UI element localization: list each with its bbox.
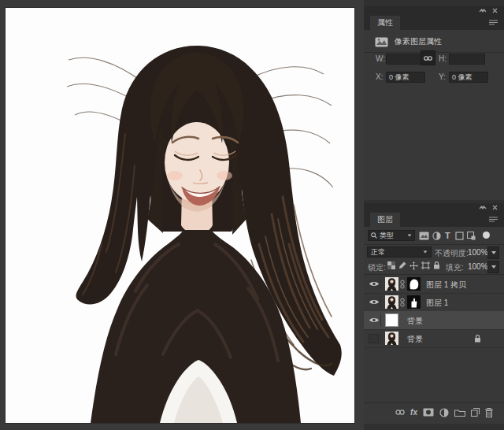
add-mask-button[interactable] xyxy=(423,408,434,417)
filter-toggle-icon[interactable] xyxy=(482,231,491,239)
search-icon xyxy=(371,232,377,239)
opacity-value[interactable]: 100% xyxy=(468,248,488,257)
filter-shape-layers-icon[interactable] xyxy=(455,232,464,240)
lock-all-icon[interactable] xyxy=(433,261,440,269)
opacity-dropdown-button[interactable] xyxy=(487,247,499,259)
filter-adjustment-layers-icon[interactable] xyxy=(432,232,441,240)
eye-icon xyxy=(369,317,380,324)
panel-menu-icon[interactable] xyxy=(489,20,498,26)
layer-row-layer1[interactable]: 图层 1 xyxy=(364,293,504,312)
layers-panel: 图层 类型 T xyxy=(364,203,504,424)
panel-menu-icon[interactable] xyxy=(489,217,498,223)
visibility-toggle[interactable] xyxy=(367,314,381,326)
delete-layer-button[interactable] xyxy=(485,408,493,417)
properties-panel: 属性 像素图层属性 W: xyxy=(364,6,504,200)
visibility-toggle[interactable] xyxy=(367,296,381,308)
mask-link-icon xyxy=(400,280,405,289)
layers-body: 类型 T 正常 不透明 xyxy=(364,227,504,424)
layer-name[interactable]: 背景 xyxy=(407,316,423,327)
mask-link-icon xyxy=(400,298,405,307)
height-input[interactable] xyxy=(449,54,485,65)
opacity-label: 不透明度: xyxy=(435,248,469,259)
close-panel-icon[interactable] xyxy=(492,8,498,13)
filter-type-select[interactable]: 类型 xyxy=(368,230,415,241)
tab-properties[interactable]: 属性 xyxy=(370,16,400,30)
layers-bottom-bar: fx xyxy=(364,402,504,421)
x-label: X: xyxy=(376,72,383,81)
filter-smart-objects-icon[interactable] xyxy=(467,232,476,240)
lock-position-icon[interactable] xyxy=(410,261,418,270)
chevron-down-icon xyxy=(408,234,412,236)
properties-body: 像素图层属性 W: H: X: 0 像素 Y: 0 像素 xyxy=(364,30,504,200)
chevron-down-icon xyxy=(491,265,496,269)
visibility-toggle[interactable] xyxy=(367,332,381,344)
layer-name[interactable]: 背景 xyxy=(407,334,423,345)
layers-tabbar: 图层 xyxy=(364,213,504,227)
link-dimensions-button[interactable] xyxy=(421,50,435,65)
collapse-panel-icon[interactable] xyxy=(479,8,487,13)
adjustment-layer-button[interactable] xyxy=(439,408,449,417)
tab-layers[interactable]: 图层 xyxy=(370,213,400,227)
lock-pixels-icon[interactable] xyxy=(398,261,406,269)
x-input[interactable]: 0 像素 xyxy=(386,72,425,83)
y-label: Y: xyxy=(439,72,446,81)
fill-label: 填充: xyxy=(446,262,464,273)
portrait-image xyxy=(6,8,354,423)
canvas-area xyxy=(0,0,364,430)
chain-link-icon xyxy=(424,56,432,61)
eye-icon xyxy=(369,280,380,287)
layer-thumbnail[interactable] xyxy=(385,295,398,309)
layers-titlebar xyxy=(364,203,504,213)
h-label: H: xyxy=(439,54,447,63)
panel-dock: 属性 像素图层属性 W: xyxy=(364,0,504,430)
lock-artboard-icon[interactable] xyxy=(421,261,430,269)
blend-mode-select[interactable]: 正常 xyxy=(367,247,432,258)
filter-pixel-layers-icon[interactable] xyxy=(419,232,429,240)
visibility-toggle[interactable] xyxy=(367,278,381,290)
properties-titlebar xyxy=(364,6,504,16)
lock-transparency-icon[interactable] xyxy=(387,261,395,269)
blend-mode-value: 正常 xyxy=(371,247,385,258)
layer-mask-thumbnail[interactable] xyxy=(407,295,421,309)
fill-value[interactable]: 100% xyxy=(468,262,488,271)
width-input[interactable] xyxy=(386,54,422,65)
new-group-button[interactable] xyxy=(454,409,465,417)
w-label: W: xyxy=(376,54,385,63)
layer-row-background-white[interactable]: 背景 xyxy=(364,311,504,330)
layer-style-button[interactable]: fx xyxy=(410,408,417,417)
link-layers-button[interactable] xyxy=(395,410,405,415)
y-input[interactable]: 0 像素 xyxy=(449,72,488,83)
layer-lock-icon xyxy=(474,334,481,343)
close-panel-icon[interactable] xyxy=(492,205,498,210)
filter-text-layers-icon[interactable]: T xyxy=(445,231,450,240)
pixel-layer-icon xyxy=(375,37,388,47)
layer-thumbnail[interactable] xyxy=(385,332,398,345)
lock-label: 锁定: xyxy=(368,262,386,273)
layer-row-layer1-copy[interactable]: 图层 1 拷贝 xyxy=(364,275,504,294)
fill-dropdown-button[interactable] xyxy=(487,261,499,273)
layer-mask-thumbnail[interactable] xyxy=(407,277,421,291)
layer-thumbnail[interactable] xyxy=(385,277,398,291)
new-layer-button[interactable] xyxy=(471,408,480,417)
eye-hidden-box xyxy=(369,334,379,343)
layer-name[interactable]: 图层 1 xyxy=(426,298,448,309)
collapse-panel-icon[interactable] xyxy=(479,205,487,210)
layer-name[interactable]: 图层 1 拷贝 xyxy=(426,280,466,291)
filter-type-label: 类型 xyxy=(380,231,394,241)
document-canvas[interactable] xyxy=(6,8,354,423)
layer-list: 图层 1 拷贝 图层 1 xyxy=(364,275,504,401)
layer-row-background-locked[interactable]: 背景 xyxy=(364,329,504,348)
chevron-down-icon xyxy=(491,251,496,254)
chevron-down-icon xyxy=(424,250,428,253)
properties-tabbar: 属性 xyxy=(364,16,504,30)
layer-thumbnail[interactable] xyxy=(385,313,398,327)
properties-header-label: 像素图层属性 xyxy=(395,36,442,47)
eye-icon xyxy=(369,298,380,306)
